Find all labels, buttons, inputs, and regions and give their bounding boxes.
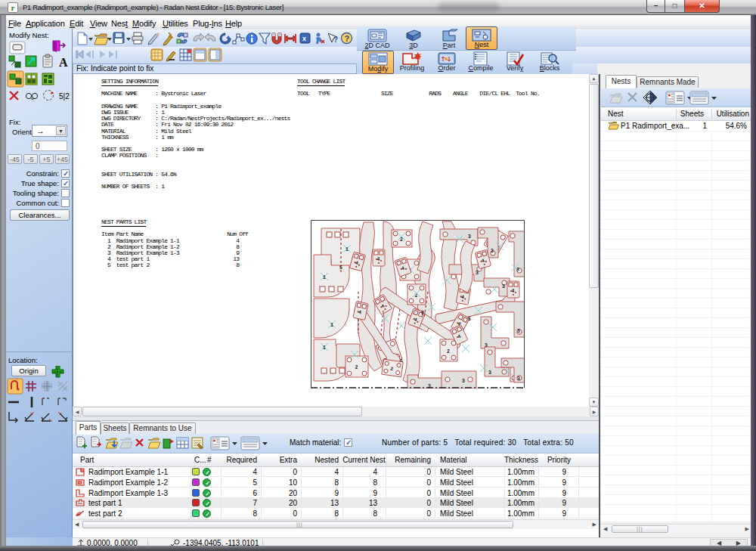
svg-text:3: 3	[476, 271, 479, 276]
svg-text:3: 3	[468, 234, 471, 240]
svg-text:4: 4	[377, 257, 380, 262]
svg-text:5: 5	[339, 265, 342, 271]
svg-text:2: 2	[355, 365, 358, 370]
svg-text:5: 5	[421, 311, 424, 316]
svg-text:4: 4	[512, 289, 515, 294]
svg-text:x: x	[302, 35, 306, 42]
svg-text:3: 3	[517, 329, 520, 334]
svg-text:1: 1	[323, 345, 326, 351]
svg-text:3: 3	[462, 379, 465, 384]
svg-text:?: ?	[333, 36, 338, 44]
svg-text:3: 3	[517, 376, 520, 382]
svg-text:1: 1	[323, 275, 326, 280]
svg-text:1: 1	[345, 247, 349, 252]
svg-text:1: 1	[330, 323, 333, 328]
svg-text:2: 2	[447, 349, 450, 354]
svg-text:3: 3	[488, 370, 491, 376]
svg-text:5: 5	[468, 317, 471, 322]
svg-text:5|2: 5|2	[59, 92, 70, 101]
svg-text:A: A	[59, 56, 68, 69]
svg-text:3: 3	[491, 249, 494, 254]
svg-text:?: ?	[345, 34, 350, 43]
svg-text:3: 3	[502, 284, 505, 289]
